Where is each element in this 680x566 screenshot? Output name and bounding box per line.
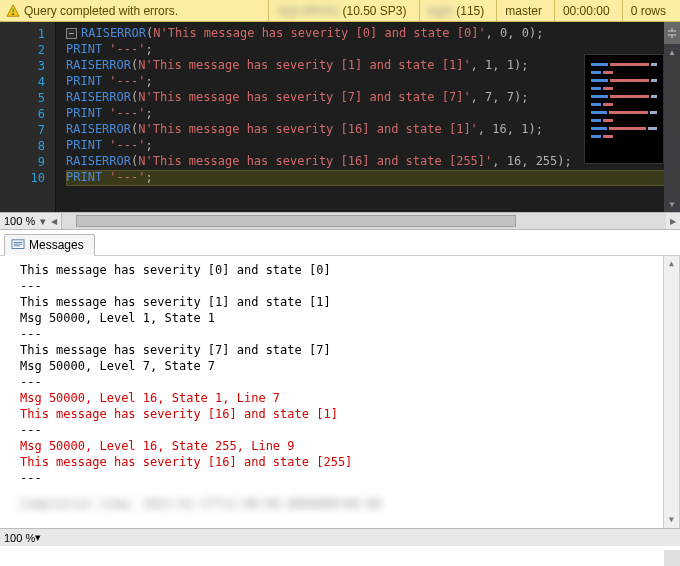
results-tabs: Messages	[0, 230, 680, 256]
scroll-down-icon[interactable]: ▼	[664, 512, 679, 528]
messages-zoom-value: 100 %	[4, 532, 35, 544]
elapsed-time: 00:00:00	[554, 0, 618, 21]
message-line: ---	[20, 470, 679, 486]
message-line: ---	[20, 278, 679, 294]
scroll-up-icon[interactable]: ▲	[664, 256, 679, 272]
message-line: Msg 50000, Level 7, State 7	[20, 358, 679, 374]
minimap[interactable]	[584, 54, 664, 164]
message-line: This message has severity [16] and state…	[20, 454, 679, 470]
completion-time: Completion time: 2023-01-27T12:00:00.000…	[20, 496, 679, 512]
scroll-up-icon[interactable]: ▲	[664, 44, 680, 60]
sql-editor[interactable]: 12345678910 −RAISERROR(N'This message ha…	[0, 22, 680, 212]
zoom-dropdown-icon[interactable]: ▾	[39, 215, 47, 228]
message-line: ---	[20, 326, 679, 342]
query-status-bar: Query completed with errors. SQLSRV01 (1…	[0, 0, 680, 22]
messages-pane[interactable]: ▲ ▼ This message has severity [0] and st…	[0, 256, 680, 528]
scroll-down-icon[interactable]: ▼	[664, 196, 680, 212]
database-name: master	[496, 0, 550, 21]
editor-zoom-row: 100 % ▾ ◀ ▶	[0, 212, 680, 230]
zoom-dropdown-icon[interactable]: ▾	[35, 531, 41, 544]
message-line: This message has severity [16] and state…	[20, 406, 679, 422]
message-line: Msg 50000, Level 16, State 1, Line 7	[20, 390, 679, 406]
status-message: Query completed with errors.	[24, 4, 178, 18]
tab-messages[interactable]: Messages	[4, 234, 95, 256]
line-number-gutter: 12345678910	[0, 22, 56, 212]
message-line: Msg 50000, Level 1, State 1	[20, 310, 679, 326]
svg-rect-1	[12, 8, 13, 12]
message-line: This message has severity [7] and state …	[20, 342, 679, 358]
server-version: (10.50 SP3)	[342, 4, 406, 18]
svg-rect-2	[12, 13, 13, 14]
editor-horizontal-scrollbar[interactable]	[61, 213, 666, 229]
hscroll-left-icon[interactable]: ◀	[47, 217, 61, 226]
tab-messages-label: Messages	[29, 238, 84, 252]
collapse-icon[interactable]: −	[66, 28, 77, 39]
split-handle[interactable]	[664, 22, 680, 44]
message-line: This message has severity [0] and state …	[20, 262, 679, 278]
hscroll-right-icon[interactable]: ▶	[666, 217, 680, 226]
message-line: This message has severity [1] and state …	[20, 294, 679, 310]
editor-vertical-scrollbar[interactable]: ▲ ▼	[664, 44, 680, 212]
row-count: 0 rows	[622, 0, 674, 21]
spid: (115)	[456, 4, 484, 18]
message-line: Msg 50000, Level 16, State 255, Line 9	[20, 438, 679, 454]
login-name: login	[428, 4, 453, 18]
resize-grip[interactable]	[664, 550, 680, 566]
message-line: ---	[20, 374, 679, 390]
message-line: ---	[20, 422, 679, 438]
editor-zoom-value: 100 %	[4, 215, 39, 227]
server-name: SQLSRV01	[277, 4, 339, 18]
scrollbar-thumb[interactable]	[76, 215, 516, 227]
messages-vertical-scrollbar[interactable]: ▲ ▼	[663, 256, 679, 528]
messages-zoom-row: 100 % ▾	[0, 528, 680, 546]
messages-icon	[11, 239, 25, 251]
warning-icon	[6, 4, 20, 18]
